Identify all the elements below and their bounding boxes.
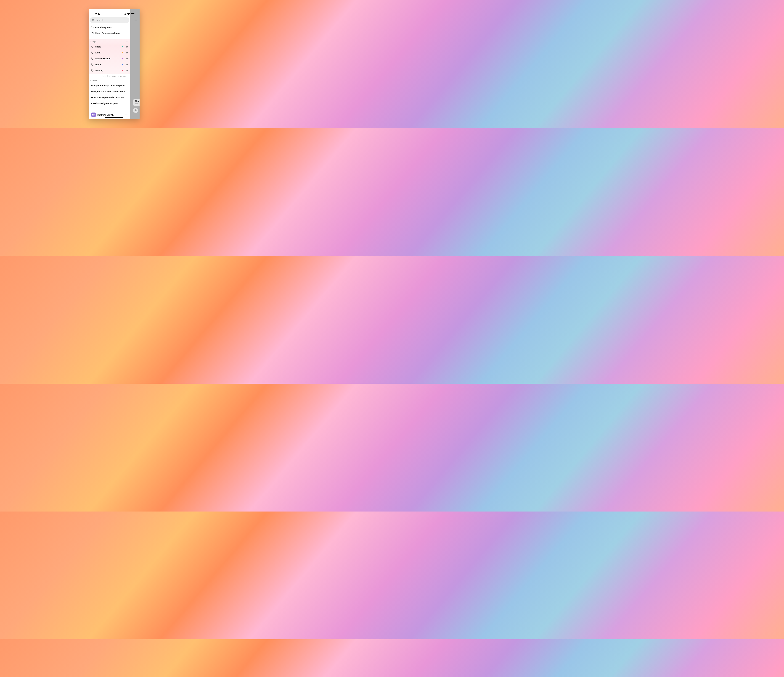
svg-point-8	[92, 70, 92, 70]
tag-color-dot	[122, 52, 123, 53]
tag-icon	[91, 57, 93, 60]
status-bar: 9:41	[89, 9, 140, 16]
tag-color-dot	[122, 64, 123, 65]
svg-rect-2	[134, 14, 135, 14]
wifi-icon	[127, 13, 130, 15]
tag-label: Travel	[95, 63, 121, 66]
status-time: 9:41	[95, 12, 100, 15]
svg-point-6	[92, 58, 92, 58]
today-title: Today	[92, 79, 97, 82]
svg-rect-1	[131, 13, 134, 14]
note-item[interactable]: Interior Design Principles	[91, 101, 128, 106]
tag-item-travel[interactable]: Travel 20	[89, 62, 130, 68]
tag-count: 20	[124, 51, 128, 54]
tag-item-notes[interactable]: Notes 20	[89, 44, 130, 50]
tag-item-work[interactable]: Work 20	[89, 50, 130, 56]
action-label: Create	[110, 75, 116, 77]
sidebar-panel: Favorite Quotes Home Renovation Ideas	[89, 9, 130, 119]
tag-count: 20	[124, 46, 128, 48]
more-icon[interactable]	[125, 115, 128, 115]
phone-frame: 9:41 Plan To ex	[89, 9, 140, 119]
tag-icon	[91, 70, 93, 71]
note-preview-card[interactable]: Plan To ex	[133, 99, 140, 106]
wand-icon	[101, 76, 103, 77]
svg-point-4	[92, 46, 92, 47]
search-bar[interactable]	[90, 17, 129, 23]
card-subtitle: To ex	[135, 102, 140, 105]
avatar[interactable]: MA	[91, 113, 96, 117]
tag-label: Gaming	[95, 69, 121, 72]
svg-point-7	[92, 64, 92, 64]
search-input[interactable]	[95, 19, 127, 22]
tags-section: Tags Notes 20 Work	[89, 39, 130, 74]
tidy-action[interactable]: Tidy	[101, 75, 106, 77]
today-section: Today Blueprint fidelity: between paper …	[89, 78, 130, 106]
menu-icon[interactable]	[135, 19, 137, 22]
tag-label: Interior Design	[95, 57, 121, 60]
folder-item[interactable]: Favorite Quotes	[91, 25, 128, 30]
chevron-down-icon	[90, 80, 92, 81]
tag-label: Work	[95, 51, 121, 54]
cellular-icon	[124, 13, 126, 15]
note-item[interactable]: How We Keep Brand Consistency in Our…	[91, 95, 128, 101]
divider	[91, 76, 100, 76]
action-label: Tidy	[103, 75, 106, 77]
download-icon	[118, 76, 120, 77]
folder-item[interactable]: Home Renovation Ideas	[91, 30, 128, 36]
card-title: Plan	[135, 100, 140, 102]
tag-icon	[91, 46, 93, 48]
tags-header[interactable]: Tags	[89, 40, 130, 44]
plus-icon	[109, 76, 110, 77]
note-item[interactable]: Blueprint fidelity: between paper protot…	[91, 82, 128, 89]
user-bar: MA Matthew Brown	[89, 111, 130, 119]
tag-item-gaming[interactable]: Gaming 20	[89, 68, 130, 73]
tag-icon	[91, 51, 93, 54]
folder-icon	[91, 26, 93, 28]
plus-icon	[135, 109, 137, 112]
today-header[interactable]: Today	[89, 79, 130, 82]
tag-item-interior-design[interactable]: Interior Design 20	[89, 56, 130, 62]
tag-count: 20	[124, 57, 128, 60]
tags-title: Tags	[92, 40, 96, 43]
action-label: Archive	[120, 75, 126, 77]
add-button[interactable]	[133, 108, 138, 113]
add-tag-icon[interactable]	[126, 41, 128, 43]
tag-color-dot	[122, 70, 123, 71]
folder-label: Home Renovation Ideas	[95, 32, 120, 34]
tag-icon	[91, 64, 93, 66]
background-panel: Plan To ex	[130, 9, 140, 119]
user-name: Matthew Brown	[97, 113, 124, 116]
home-indicator[interactable]	[105, 117, 123, 118]
folder-label: Favorite Quotes	[95, 26, 112, 29]
tag-color-dot	[122, 58, 123, 59]
phone-screen: 9:41 Plan To ex	[89, 9, 140, 119]
note-item[interactable]: Designers and statisticians disagree on…	[91, 89, 128, 95]
archive-action[interactable]: Archive	[118, 75, 126, 77]
status-icons	[124, 13, 135, 15]
chevron-down-icon	[90, 41, 92, 42]
tag-count: 20	[124, 64, 128, 66]
create-action[interactable]: Create	[109, 75, 116, 77]
search-icon	[92, 19, 94, 22]
folder-icon	[91, 32, 93, 34]
tag-label: Notes	[95, 45, 121, 48]
battery-icon	[131, 13, 135, 15]
actions-row: Tidy Create Archive	[89, 74, 130, 78]
tag-count: 20	[124, 70, 128, 72]
tag-color-dot	[122, 46, 123, 47]
